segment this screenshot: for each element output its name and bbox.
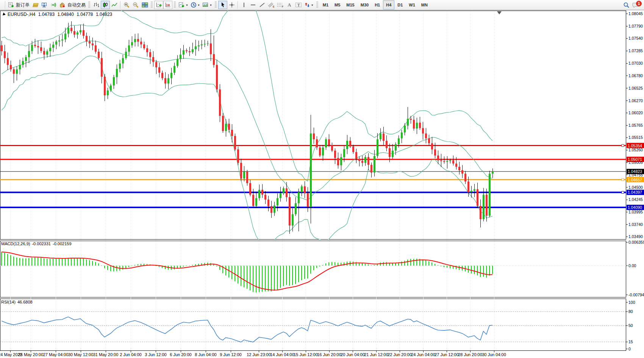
macd-histogram-bar bbox=[362, 263, 363, 266]
arrows-button[interactable]: ▼ bbox=[303, 1, 315, 9]
fibonacci-button[interactable]: F bbox=[276, 1, 285, 9]
zoom-in-button[interactable] bbox=[122, 1, 131, 9]
price-axis-label: 1.07030 bbox=[628, 61, 643, 65]
market-watch-button[interactable] bbox=[31, 1, 40, 9]
time-axis-label: 24 Jun 04:00 bbox=[411, 352, 435, 357]
toolbar-grip bbox=[316, 2, 318, 8]
timeframe-M15[interactable]: M15 bbox=[343, 0, 357, 9]
monitor-user-icon bbox=[41, 2, 48, 8]
svg-text:F: F bbox=[282, 5, 283, 8]
macd-histogram-bar bbox=[86, 259, 87, 266]
macd-histogram-bar bbox=[307, 266, 308, 279]
macd-histogram-bar bbox=[125, 266, 126, 269]
macd-histogram-bar bbox=[192, 265, 193, 266]
crosshair-button[interactable] bbox=[227, 1, 236, 9]
macd-histogram-bar bbox=[325, 263, 326, 266]
macd-histogram-bar bbox=[438, 265, 438, 266]
equidistant-channel-button[interactable]: E bbox=[267, 1, 276, 9]
time-axis-label: 3 Jun 12:00 bbox=[145, 352, 167, 357]
macd-histogram-bar bbox=[165, 266, 166, 269]
chart-shift-button[interactable] bbox=[163, 1, 172, 9]
candlestick-chart-button[interactable] bbox=[101, 1, 110, 9]
timeframe-H4[interactable]: H4 bbox=[383, 0, 394, 9]
rsi-axis-label: 15 bbox=[628, 339, 633, 344]
timeframe-M5[interactable]: M5 bbox=[331, 0, 343, 9]
trendline-button[interactable] bbox=[258, 1, 267, 9]
macd-histogram-bar bbox=[280, 266, 281, 288]
terminal-button[interactable] bbox=[40, 1, 49, 9]
time-axis-label: 27 May 04:00 bbox=[43, 352, 69, 357]
price-line-chip-label: 1.05071 bbox=[628, 157, 642, 162]
macd-histogram-bar bbox=[65, 258, 66, 266]
macd-histogram-bar bbox=[489, 266, 490, 276]
toolbar-separator bbox=[5, 1, 6, 9]
macd-histogram-bar bbox=[486, 266, 487, 278]
macd-histogram-bar bbox=[268, 266, 269, 291]
time-axis-label: 15 Jun 12:00 bbox=[294, 352, 318, 357]
timeframe-M30[interactable]: M30 bbox=[358, 0, 372, 9]
macd-histogram-bar bbox=[244, 266, 244, 287]
macd-histogram-bar bbox=[34, 257, 35, 266]
new-order-label: 新订单 bbox=[16, 2, 30, 8]
macd-histogram-bar bbox=[322, 265, 323, 266]
time-axis-label: 31 May 20:00 bbox=[93, 352, 119, 357]
macd-histogram-bar bbox=[141, 264, 141, 266]
macd-histogram-bar bbox=[404, 261, 405, 266]
auto-trading-button[interactable]: 自动交易 bbox=[58, 1, 87, 9]
zoom-out-button[interactable] bbox=[131, 1, 140, 9]
vertical-line-button[interactable] bbox=[239, 1, 249, 9]
toolbar: 新订单 bbox=[0, 0, 644, 10]
price-level-line bbox=[0, 159, 626, 160]
tile-windows-button[interactable] bbox=[140, 1, 149, 9]
macd-histogram-bar bbox=[428, 261, 429, 266]
cursor-button[interactable] bbox=[218, 1, 227, 9]
new-order-button[interactable]: 新订单 bbox=[7, 1, 31, 9]
price-axis-label: 1.06270 bbox=[628, 98, 643, 103]
macd-histogram-bar bbox=[71, 258, 72, 266]
macd-histogram-bar bbox=[38, 258, 38, 266]
timeframe-W1[interactable]: W1 bbox=[406, 0, 418, 9]
timeframe-M1[interactable]: M1 bbox=[320, 0, 331, 9]
macd-histogram-bar bbox=[331, 262, 332, 266]
price-level-line bbox=[0, 207, 626, 208]
signals-button[interactable] bbox=[49, 1, 58, 9]
clock-icon bbox=[191, 2, 197, 8]
macd-histogram-bar bbox=[474, 266, 475, 274]
periods-button[interactable]: ▼ bbox=[189, 1, 201, 9]
svg-text:1: 1 bbox=[638, 2, 640, 6]
auto-scroll-button[interactable] bbox=[154, 1, 163, 9]
notifications-button[interactable]: 1 bbox=[631, 1, 641, 9]
macd-histogram-bar bbox=[234, 266, 235, 281]
text-label-button[interactable]: T bbox=[294, 1, 303, 9]
macd-histogram-bar bbox=[95, 262, 96, 266]
macd-histogram-bar bbox=[274, 266, 275, 291]
timeframe-H1[interactable]: H1 bbox=[372, 0, 383, 9]
chart-canvas[interactable]: 24 May 202225 May 20:0027 May 04:0030 Ma… bbox=[0, 0, 644, 358]
rsi-indicator-label: RSI(14)46.6808 bbox=[1, 300, 34, 304]
macd-histogram-bar bbox=[450, 266, 450, 268]
line-chart-button[interactable] bbox=[110, 1, 119, 9]
macd-axis-label: -0.007949 bbox=[628, 293, 644, 297]
macd-histogram-bar bbox=[380, 263, 381, 266]
macd-histogram-bar bbox=[62, 258, 63, 266]
horizontal-line-icon bbox=[250, 2, 256, 8]
symbol-marker-icon bbox=[3, 12, 6, 16]
horizontal-line-button[interactable] bbox=[249, 1, 258, 9]
svg-text:T: T bbox=[297, 3, 300, 7]
price-axis-label: 1.03740 bbox=[628, 222, 643, 227]
text-tool-icon: A bbox=[288, 2, 291, 8]
bar-chart-button[interactable] bbox=[92, 1, 101, 9]
macd-histogram-bar bbox=[110, 266, 111, 271]
search-button[interactable] bbox=[622, 1, 631, 9]
price-line-handle bbox=[622, 145, 624, 147]
timeframe-D1[interactable]: D1 bbox=[394, 0, 406, 9]
text-button[interactable]: A bbox=[285, 1, 294, 9]
macd-histogram-bar bbox=[89, 260, 90, 266]
timeframe-MN[interactable]: MN bbox=[418, 0, 431, 9]
indicators-button[interactable]: ▼ bbox=[177, 1, 189, 9]
templates-button[interactable]: ▼ bbox=[201, 1, 213, 9]
time-axis-label: 30 May 12:00 bbox=[68, 352, 94, 357]
macd-histogram-bar bbox=[253, 266, 253, 292]
chevron-down-icon: ▼ bbox=[209, 4, 212, 6]
arrows-icon bbox=[304, 2, 310, 8]
